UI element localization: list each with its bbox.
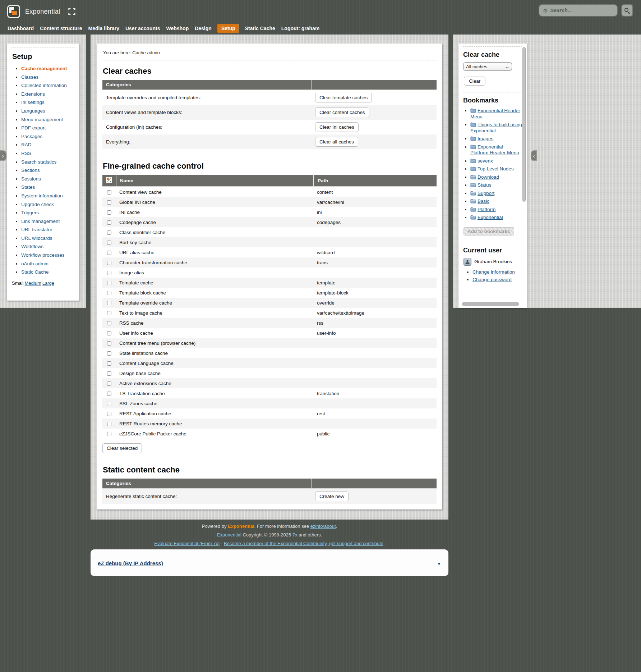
bookmark-link-status[interactable]: Status	[478, 182, 491, 188]
sidebar-item-packages[interactable]: Packages	[21, 134, 42, 139]
cache-item-checkbox[interactable]	[107, 261, 111, 265]
search-input[interactable]	[550, 8, 613, 13]
cache-item-checkbox[interactable]	[107, 241, 111, 245]
bookmark-link-support[interactable]: Support	[478, 191, 494, 196]
cache-type-select[interactable]: All caches ⌄	[463, 62, 512, 71]
nav-design[interactable]: Design	[194, 24, 212, 33]
cache-item-checkbox[interactable]	[107, 432, 111, 436]
sidebar-item-pdf-export[interactable]: PDF export	[21, 125, 46, 131]
cache-item-checkbox[interactable]	[107, 381, 111, 386]
cache-item-checkbox[interactable]	[107, 331, 111, 335]
footer-link-become-a-member-of-the-exponential-community-get-support-and-contribute[interactable]: Become a member of the Exponential Commu…	[224, 541, 383, 546]
sidebar-item-triggers[interactable]: Triggers	[21, 210, 39, 215]
bookmark-link-exponential[interactable]: Exponential	[478, 215, 503, 220]
cache-item-checkbox[interactable]	[107, 281, 111, 285]
bookmark-link-sevenx[interactable]: sevenx	[478, 158, 493, 164]
sidebar-item-extensions[interactable]: Extensions	[21, 91, 45, 97]
cache-item-checkbox[interactable]	[107, 271, 111, 275]
footer-link-ezinfo-about[interactable]: ezinfo/about	[310, 524, 336, 529]
sidebar-item-collected-information[interactable]: Collected information	[21, 83, 67, 88]
cache-item-checkbox[interactable]	[107, 190, 111, 195]
sidebar-item-workflow-processes[interactable]: Workflow processes	[21, 252, 65, 258]
sidebar-item-cache-management[interactable]: Cache management	[21, 66, 67, 71]
nav-static-cache[interactable]: Static Cache	[245, 24, 276, 33]
bookmark-link-top-level-nodes[interactable]: Top Level Nodes	[478, 166, 514, 172]
nav-dashboard[interactable]: Dashboard	[7, 24, 34, 33]
sidebar-item-sections[interactable]: Sections	[21, 168, 40, 173]
cache-item-checkbox[interactable]	[107, 351, 111, 356]
cache-item-name: State limitations cache	[116, 348, 313, 358]
sidebar-item-static-cache[interactable]: Static Cache	[21, 269, 49, 275]
cache-item-checkbox[interactable]	[107, 341, 111, 346]
cache-item-checkbox[interactable]	[107, 321, 111, 325]
search-button[interactable]	[621, 4, 633, 17]
cache-item-checkbox[interactable]	[107, 422, 111, 426]
toggle-selection-header[interactable]	[102, 175, 116, 187]
sidebar-item-languages[interactable]: Languages	[21, 108, 45, 114]
bookmark-link-exponential-header-menu[interactable]: Exponential Header Menu	[470, 108, 520, 119]
nav-content-structure[interactable]: Content structure	[40, 24, 82, 33]
sidebar-item-oauth-admin[interactable]: oAuth admin	[21, 261, 49, 266]
nav-webshop[interactable]: Webshop	[166, 24, 189, 33]
sidebar-item-url-translator[interactable]: URL translator	[21, 227, 52, 232]
change-password-link[interactable]: Change password	[472, 277, 512, 282]
setup-menu-item: Cache management	[21, 66, 75, 71]
cache-item-checkbox[interactable]	[107, 392, 111, 396]
sidebar-item-rad[interactable]: RAD	[21, 142, 32, 147]
size-link-medium[interactable]: Medium	[25, 280, 41, 286]
bookmark-link-things-to-build-using-exponential[interactable]: Things to build using Exponential	[470, 122, 522, 133]
clear-ini-caches-button[interactable]: Clear Ini caches	[315, 122, 359, 132]
create-new-button[interactable]: Create new	[315, 492, 349, 501]
sidebar-item-menu-management[interactable]: Menu management	[21, 117, 63, 122]
footer-link-7x[interactable]: 7x	[292, 532, 298, 538]
expand-left-panel-tab[interactable]: ›	[0, 150, 6, 161]
sidebar-item-states[interactable]: States	[21, 184, 35, 190]
nav-setup[interactable]: Setup	[217, 24, 239, 33]
setup-menu-item: Workflows	[21, 244, 75, 249]
size-link-large[interactable]: Large	[42, 280, 54, 286]
clear-all-caches-button[interactable]: Clear all caches	[315, 137, 358, 147]
sidebar-item-ini-settings[interactable]: Ini settings	[21, 100, 45, 105]
sidebar-item-sessions[interactable]: Sessions	[21, 176, 41, 182]
clear-template-caches-button[interactable]: Clear template caches	[315, 93, 372, 102]
debug-toggle-icon[interactable]: ▼	[437, 561, 441, 566]
clear-selected-button[interactable]: Clear selected	[102, 443, 142, 453]
sidebar-item-link-management[interactable]: Link management	[21, 219, 60, 224]
nav-media-library[interactable]: Media library	[88, 24, 120, 33]
footer-link-evaluate-exponential-from-7x[interactable]: Evaluate Exponential (From 7x)	[154, 541, 220, 546]
clear-cache-button[interactable]: Clear	[464, 77, 485, 86]
horizontal-scrollbar[interactable]	[462, 302, 519, 306]
vertical-scrollbar[interactable]	[522, 47, 526, 202]
cache-item-checkbox[interactable]	[107, 251, 111, 255]
sidebar-item-system-information[interactable]: System information	[21, 193, 63, 198]
nav-logout-graham[interactable]: Logout: graham	[281, 24, 320, 33]
cache-item-checkbox[interactable]	[107, 361, 111, 366]
sidebar-item-search-statistics[interactable]: Search statistics	[21, 159, 56, 165]
cache-item-checkbox[interactable]	[107, 311, 111, 315]
bookmark-link-exponential-platform-header-menu[interactable]: Exponential Platform Header Menu	[470, 144, 519, 156]
cache-item-checkbox[interactable]	[107, 210, 111, 215]
debug-title-link[interactable]: eZ debug (By IP Address)	[98, 560, 163, 566]
cache-item-checkbox[interactable]	[107, 371, 111, 376]
sidebar-item-classes[interactable]: Classes	[21, 74, 38, 80]
cache-item-checkbox[interactable]	[107, 200, 111, 205]
sidebar-item-url-wildcards[interactable]: URL wildcards	[21, 236, 52, 241]
footer-link-exponential[interactable]: Exponential	[217, 532, 241, 538]
cache-item-checkbox[interactable]	[107, 230, 111, 235]
fullscreen-icon[interactable]	[68, 8, 76, 15]
collapse-right-panel-tab[interactable]: ‹	[531, 150, 537, 161]
cache-item-checkbox[interactable]	[107, 291, 111, 295]
bookmark-link-basic[interactable]: Basic	[478, 198, 489, 204]
sidebar-item-workflows[interactable]: Workflows	[21, 244, 43, 249]
nav-user-accounts[interactable]: User accounts	[125, 24, 160, 33]
bookmark-link-download[interactable]: Download	[478, 174, 499, 180]
sidebar-item-rss[interactable]: RSS	[21, 151, 31, 156]
sidebar-item-upgrade-check[interactable]: Upgrade check	[21, 202, 54, 207]
cache-item-checkbox[interactable]	[107, 412, 111, 416]
cache-item-checkbox[interactable]	[107, 220, 111, 225]
bookmark-link-platform[interactable]: Platform	[478, 207, 495, 212]
clear-content-caches-button[interactable]: Clear content caches	[315, 108, 369, 117]
cache-item-checkbox[interactable]	[107, 301, 111, 305]
bookmark-link-images[interactable]: Images	[478, 136, 493, 141]
change-information-link[interactable]: Change information	[472, 269, 515, 275]
